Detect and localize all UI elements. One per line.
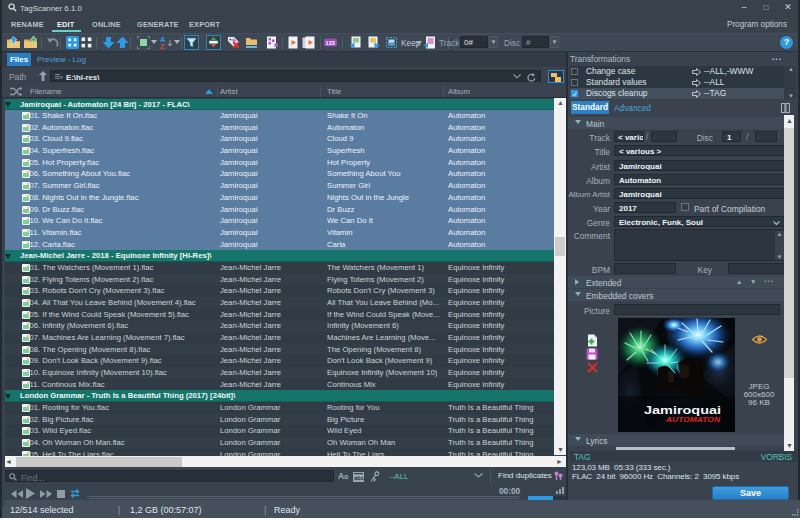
svg-text:Jamiroquai: Jamiroquai <box>644 404 721 416</box>
svg-text:abc: abc <box>354 475 364 481</box>
svg-text:123: 123 <box>326 40 335 46</box>
svg-text:Z: Z <box>160 42 165 49</box>
svg-text:AUTOMATON: AUTOMATON <box>664 416 720 423</box>
